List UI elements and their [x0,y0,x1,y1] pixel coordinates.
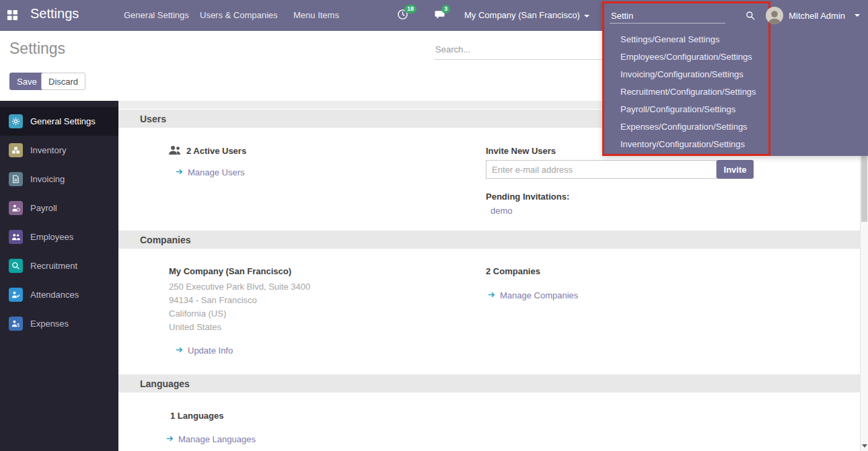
address-line: 94134 - San Francisco [169,294,310,307]
avatar [766,7,783,24]
messages-menu-button[interactable]: 3 [434,9,447,22]
magnifier-icon [9,259,23,273]
boxes-icon [9,143,23,157]
section-header-companies: Companies [118,231,860,249]
address-line: California (US) [169,307,310,321]
arrow-right-icon [176,345,183,356]
scrollbar-thumb[interactable] [861,156,867,222]
sidebar-item-payroll[interactable]: Payroll [0,194,118,222]
active-users-count: 2 Active Users [186,146,246,156]
company-address: 250 Executive Park Blvd, Suite 3400 9413… [169,280,310,334]
search-suggestion[interactable]: Expenses/Configuration/Settings [604,118,768,135]
settings-sidebar: General Settings Inventory Invoicing Pay… [0,101,118,451]
search-suggestion[interactable]: Employees/Configuration/Settings [604,48,768,65]
sidebar-item-inventory[interactable]: Inventory [0,136,118,165]
message-badge: 3 [441,5,450,13]
annotation-highlight-box: Settings/General Settings Employees/Conf… [602,1,770,156]
update-info-link[interactable]: Update Info [188,345,233,356]
document-icon [9,172,23,186]
apps-grid-icon[interactable] [7,9,19,22]
search-suggestion[interactable]: Payroll/Configuration/Settings [604,100,768,118]
svg-text:$: $ [17,323,20,327]
payroll-person-icon [9,201,23,215]
search-suggestion[interactable]: Inventory/Configuration/Settings [604,135,768,153]
search-icon [746,11,755,22]
company-switcher[interactable]: My Company (San Francisco) [464,10,589,20]
activity-badge: 18 [404,5,417,13]
gear-icon [9,114,23,128]
arrow-right-icon [176,167,183,177]
pending-invitations-label: Pending Invitations: [486,192,569,202]
chevron-down-icon [584,15,589,17]
app-title[interactable]: Settings [30,6,79,22]
expense-dollar-icon: $ [9,317,23,331]
sidebar-item-general-settings[interactable]: General Settings [0,107,118,136]
save-button[interactable]: Save [9,73,44,90]
languages-count: 1 Languages [170,411,223,421]
arrow-right-icon [166,434,174,444]
company-name: My Company (San Francisco) [169,266,291,276]
manage-languages-link[interactable]: Manage Languages [178,434,256,444]
arrow-right-icon [488,290,495,300]
users-group-icon [168,145,182,157]
address-line: United States [169,321,310,334]
discard-button[interactable]: Discard [41,73,85,90]
sidebar-item-attendances[interactable]: Attendances [0,280,118,309]
search-suggestion[interactable]: Recruitment/Configuration/Settings [604,83,768,100]
invite-email-input[interactable] [486,160,717,179]
scrollbar-down-button[interactable] [861,442,868,450]
nav-item-general-settings[interactable]: General Settings [124,10,189,20]
section-header-languages: Languages [118,374,860,393]
manage-companies-link[interactable]: Manage Companies [500,290,578,300]
user-menu[interactable]: Mitchell Admin [766,0,868,31]
nav-item-users-companies[interactable]: Users & Companies [200,10,278,20]
pending-user-link[interactable]: demo [491,206,513,216]
search-suggestions-list: Settings/General Settings Employees/Conf… [604,30,768,153]
search-suggestion[interactable]: Invoicing/Configuration/Settings [604,65,768,83]
companies-count: 2 Companies [486,266,540,276]
odoo-settings-screen: Settings General Settings Users & Compan… [0,0,868,451]
sidebar-item-employees[interactable]: Employees [0,222,118,251]
nav-item-menu-items[interactable]: Menu Items [293,10,339,20]
chevron-down-icon [855,14,860,17]
manage-users-link[interactable]: Manage Users [188,167,245,177]
sidebar-item-recruitment[interactable]: Recruitment [0,251,118,280]
activity-menu-button[interactable]: 18 [397,9,410,22]
sidebar-item-invoicing[interactable]: Invoicing [0,165,118,194]
invite-button[interactable]: Invite [717,160,754,179]
sidebar-item-expenses[interactable]: $ Expenses [0,309,118,338]
user-name: Mitchell Admin [789,11,845,21]
address-line: 250 Executive Park Blvd, Suite 3400 [169,280,310,294]
menu-search-input[interactable] [610,9,725,24]
chevron-down-icon [862,444,867,448]
invite-new-users-label: Invite New Users [486,146,556,156]
search-suggestion[interactable]: Settings/General Settings [604,30,768,48]
company-switcher-label: My Company (San Francisco) [464,10,580,20]
breadcrumb: Settings [9,40,65,58]
attendance-check-icon [9,288,23,302]
people-icon [9,230,23,244]
menu-search-row [604,3,768,29]
